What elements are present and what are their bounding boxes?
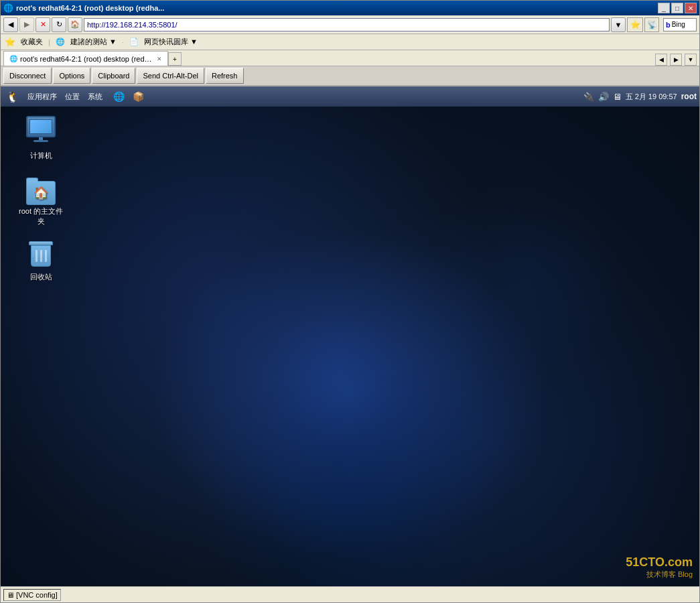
monitor-body [26, 116, 56, 137]
tray-display-icon[interactable]: 🖥 [613, 92, 622, 102]
fav-item-1[interactable]: 建諸的测站 ▼ [70, 37, 117, 47]
home-folder-icon[interactable]: 🏠 root 的主文件夹 [14, 169, 68, 229]
computer-icon[interactable]: 计算机 [14, 113, 68, 163]
desktop-glow-1 [269, 308, 403, 442]
address-text: http://192.168.214.35:5801/ [87, 21, 178, 29]
trash-icon[interactable]: 回收站 [14, 234, 68, 285]
tray-network-icon: 🔌 [583, 92, 594, 102]
tab-prev-button[interactable]: ◀ [655, 54, 667, 66]
home-house-icon: 🏠 [33, 186, 48, 200]
nav-refresh-button[interactable]: ↻ [52, 17, 66, 32]
archive-icon-button[interactable]: 📦 [130, 91, 147, 102]
title-bar-buttons: _ □ ✕ [658, 3, 697, 13]
watermark: 51CTO.com 技术博客 Blog [626, 555, 693, 580]
system-menu[interactable]: 系统 [85, 92, 105, 102]
favorites-label[interactable]: 收藏夹 [21, 37, 43, 47]
archive-icon: 📦 [133, 91, 144, 102]
favorites-star-button[interactable]: ⭐ [627, 17, 643, 32]
title-bar-left: 🌐 root's redhat64-2:1 (root) desktop (re… [3, 3, 164, 13]
trash-icon-label: 回收站 [30, 272, 52, 282]
bing-label-icon: b [666, 21, 671, 29]
trash-line-1 [36, 250, 38, 262]
desktop-icons-area: 计算机 🏠 root 的主文件夹 [14, 113, 68, 285]
taskbar-icon-area: 🐧 [3, 90, 22, 103]
fav-icon-1: 🌐 [56, 38, 65, 46]
address-bar[interactable]: http://192.168.214.35:5801/ [84, 18, 610, 31]
network-icon: 🌐 [113, 91, 125, 102]
forward-button[interactable]: ▶ [19, 17, 34, 32]
linux-desktop-wrapper: 🐧 应用程序 位置 系统 🌐 📦 🔌 🔊 🖥 五 2月 1 [1, 86, 699, 586]
vnc-toolbar: Disconnect Options Clipboard Send Ctrl-A… [1, 66, 699, 86]
minimize-button[interactable]: _ [658, 3, 670, 13]
tray-volume-icon[interactable]: 🔊 [598, 92, 609, 102]
title-bar: 🌐 root's redhat64-2:1 (root) desktop (re… [1, 1, 699, 15]
close-button[interactable]: ✕ [685, 3, 697, 13]
taskbar-logo-icon: 🐧 [6, 90, 19, 103]
address-go-button[interactable]: ▼ [611, 17, 626, 32]
desktop-glow-2 [431, 174, 632, 375]
trash-lines [36, 250, 47, 262]
refresh-button[interactable]: Refresh [206, 68, 244, 84]
favorites-sep: | [48, 38, 50, 46]
clipboard-button[interactable]: Clipboard [92, 68, 135, 84]
new-tab-button[interactable]: + [168, 52, 182, 66]
linux-taskbar: 🐧 应用程序 位置 系统 🌐 📦 🔌 🔊 🖥 五 2月 1 [1, 86, 699, 107]
places-label: 位置 [65, 92, 80, 102]
monitor-screen [29, 119, 52, 134]
system-label: 系统 [88, 92, 102, 102]
fav-icon-2: 📄 [129, 38, 139, 46]
tab-title: root's redhat64-2:1 (root) desktop (redh… [20, 55, 154, 63]
trash-line-3 [45, 250, 47, 262]
computer-icon-label: 计算机 [30, 151, 52, 161]
places-menu[interactable]: 位置 [62, 92, 82, 102]
trash-line-2 [40, 250, 42, 262]
taskbar-username: root [681, 92, 697, 101]
taskbar-clock: 五 2月 19 09:57 [626, 92, 677, 102]
tab-favicon: 🌐 [9, 55, 17, 62]
stop-button[interactable]: ✕ [36, 17, 50, 32]
fav-item-2[interactable]: 网页快讯圆库 ▼ [144, 37, 198, 47]
folder-main: 🏠 [26, 181, 56, 205]
options-button[interactable]: Options [53, 68, 90, 84]
maximize-button[interactable]: □ [671, 3, 683, 13]
browser-logo-icon: 🌐 [3, 3, 13, 13]
computer-icon-img [23, 116, 58, 149]
tab-close-button[interactable]: ✕ [157, 56, 162, 62]
browser-title: root's redhat64-2:1 (root) desktop (redh… [16, 4, 164, 12]
vnc-config-icon: 🖥 [7, 591, 14, 599]
tabs-left: 🌐 root's redhat64-2:1 (root) desktop (re… [3, 51, 182, 66]
linux-desktop: 计算机 🏠 root 的主文件夹 [1, 107, 699, 586]
monitor-base [33, 140, 48, 142]
watermark-line1: 51CTO.com [626, 555, 693, 570]
rss-button[interactable]: 📡 [644, 17, 659, 32]
disconnect-button[interactable]: Disconnect [3, 68, 52, 84]
bing-label: Bing [672, 21, 685, 28]
bing-area: b Bing [663, 18, 697, 31]
taskbar-right: 🔌 🔊 🖥 五 2月 19 09:57 root [583, 92, 697, 102]
favorites-star-icon: ⭐ [5, 37, 15, 47]
home-folder-img: 🏠 [23, 172, 58, 205]
network-icon-button[interactable]: 🌐 [111, 91, 127, 102]
applications-menu[interactable]: 应用程序 [25, 92, 60, 102]
trash-body [31, 245, 51, 267]
home-folder-label: root 的主文件夹 [17, 206, 65, 226]
applications-label: 应用程序 [27, 92, 57, 102]
tab-bar-right: ◀ ▶ ▼ [655, 54, 697, 66]
folder-body: 🏠 [26, 181, 56, 205]
back-button[interactable]: ◀ [3, 17, 18, 32]
browser-window: 🌐 root's redhat64-2:1 (root) desktop (re… [0, 0, 700, 603]
vnc-config-item: 🖥 [VNC config] [3, 589, 61, 601]
folder-tab [26, 178, 38, 182]
trash-icon-img [23, 237, 58, 271]
watermark-line2: 技术博客 Blog [626, 570, 693, 580]
fav-sep-2: · [122, 38, 124, 46]
active-tab[interactable]: 🌐 root's redhat64-2:1 (root) desktop (re… [3, 51, 168, 66]
tab-bar: 🌐 root's redhat64-2:1 (root) desktop (re… [1, 50, 699, 66]
bing-search-box[interactable]: b Bing [663, 18, 697, 31]
vnc-config-label: [VNC config] [16, 591, 58, 599]
tab-next-button[interactable]: ▶ [670, 54, 682, 66]
send-cad-button[interactable]: Send Ctrl-Alt-Del [137, 68, 204, 84]
home-button[interactable]: 🏠 [68, 17, 82, 32]
tab-settings-button[interactable]: ▼ [685, 54, 697, 66]
navigation-bar: ◀ ▶ ✕ ↻ 🏠 http://192.168.214.35:5801/ ▼ … [1, 15, 699, 34]
